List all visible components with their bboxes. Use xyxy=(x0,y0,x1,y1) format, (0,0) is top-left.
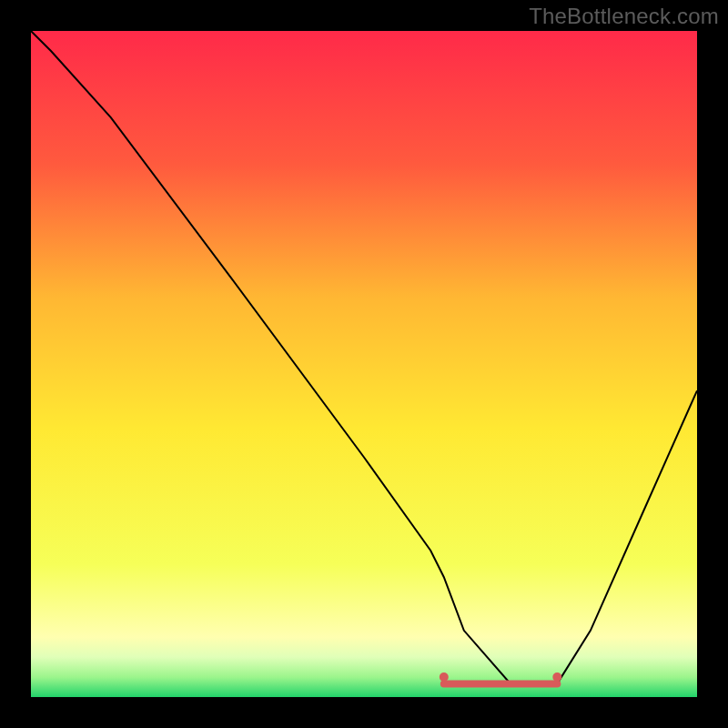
flat-segment-dot xyxy=(440,672,449,682)
chart-frame: TheBottleneck.com xyxy=(0,0,728,728)
gradient-background xyxy=(31,31,697,697)
plot-area xyxy=(31,31,697,697)
watermark-text: TheBottleneck.com xyxy=(529,4,719,29)
chart-svg xyxy=(31,31,697,697)
flat-segment-dot xyxy=(552,672,561,682)
